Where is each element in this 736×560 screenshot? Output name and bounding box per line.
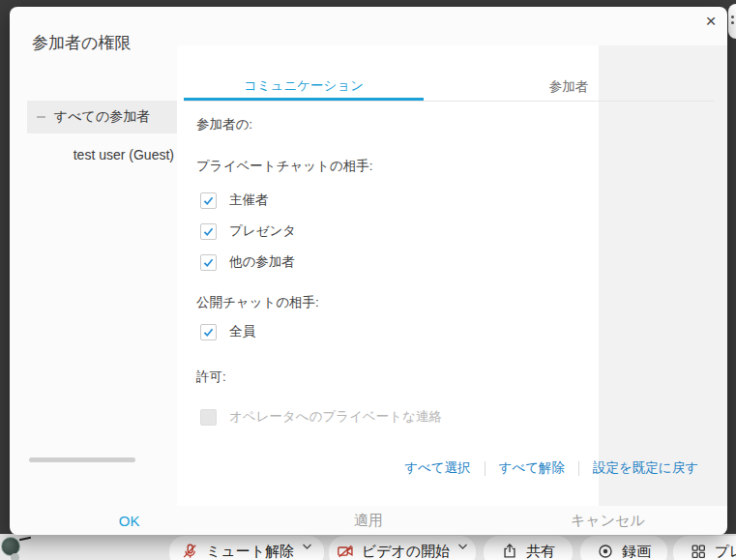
checkbox-disabled xyxy=(200,409,217,426)
close-icon[interactable]: × xyxy=(698,9,723,34)
share-button[interactable]: 共有 xyxy=(484,536,573,560)
dialog-footer: OK 適用 キャンセル xyxy=(10,506,727,535)
start-video-button[interactable]: ビデオの開始 xyxy=(329,536,476,560)
group-label: 参加者の: xyxy=(196,116,252,133)
checkbox-checked[interactable] xyxy=(200,223,217,240)
checkbox-label: オペレータへのプライベートな連絡 xyxy=(229,408,442,426)
grid-dot-icon xyxy=(731,15,734,18)
checkbox-label: プレゼンタ xyxy=(229,222,296,240)
layout-button[interactable]: プレ xyxy=(673,536,736,560)
layout-label: プレ xyxy=(715,543,736,560)
private-chat-label: プライベートチャットの相手: xyxy=(196,158,372,175)
cancel-button[interactable]: キャンセル xyxy=(488,506,727,535)
unmute-label: ミュート解除 xyxy=(206,543,294,560)
sidebar-item-label: すべての参加者 xyxy=(54,108,150,126)
allow-label: 許可: xyxy=(196,368,226,386)
public-chat-label: 公開チャットの相手: xyxy=(196,294,319,311)
mic-muted-icon xyxy=(181,543,198,560)
sidebar-horizontal-scrollbar[interactable] xyxy=(29,457,135,462)
check-icon xyxy=(202,256,215,269)
check-icon xyxy=(202,194,215,207)
check-icon xyxy=(202,326,215,339)
dialog-title: 参加者の権限 xyxy=(32,32,131,54)
divider xyxy=(578,461,579,476)
clear-all-link[interactable]: すべて解除 xyxy=(499,459,565,477)
apply-button[interactable]: 適用 xyxy=(249,506,487,535)
record-label: 録画 xyxy=(622,543,651,560)
checkbox-checked[interactable] xyxy=(200,324,217,340)
checkbox-label: 他の参加者 xyxy=(229,253,295,271)
tab-label: コミュニケーション xyxy=(244,77,364,95)
checkbox-row-host[interactable]: 主催者 xyxy=(200,192,269,209)
meeting-app-screen: ミュート解除 ビデオの開始 xyxy=(0,0,736,560)
chevron-down-icon[interactable] xyxy=(302,543,312,550)
tab-content-panel xyxy=(177,45,599,506)
tab-participants[interactable]: 参加者 xyxy=(424,74,714,101)
checkbox-checked[interactable] xyxy=(200,192,217,209)
share-icon xyxy=(501,543,518,560)
participant-privileges-dialog: 参加者の権限 × すべての参加者 test user (Guest) コミュニケ… xyxy=(10,7,727,535)
checkbox-label: 主催者 xyxy=(229,192,269,209)
check-icon xyxy=(202,225,215,238)
grid-dot-icon xyxy=(731,21,734,24)
record-icon xyxy=(597,543,614,560)
meeting-toolbar: ミュート解除 ビデオの開始 xyxy=(0,534,736,560)
sidebar-item-label: test user (Guest) xyxy=(74,147,174,162)
checkbox-checked[interactable] xyxy=(200,254,217,271)
dialog-right-gutter xyxy=(599,45,727,506)
tab-label: 参加者 xyxy=(549,78,589,96)
checkbox-row-everyone[interactable]: 全員 xyxy=(200,323,255,340)
collapse-minus-icon[interactable] xyxy=(37,116,45,118)
ok-button[interactable]: OK xyxy=(10,506,249,535)
chevron-down-icon[interactable] xyxy=(457,543,468,550)
select-all-link[interactable]: すべて選択 xyxy=(404,459,470,477)
record-button[interactable]: 録画 xyxy=(580,536,667,560)
sidebar-item-test-user[interactable]: test user (Guest) xyxy=(27,141,174,168)
tab-communications[interactable]: コミュニケーション xyxy=(184,74,424,101)
video-off-icon xyxy=(337,543,354,560)
checkbox-label: 全員 xyxy=(229,323,255,340)
avatar-bubble-small xyxy=(11,553,19,560)
floating-panel-edge xyxy=(728,4,736,39)
checkbox-row-operator-contact: オペレータへのプライベートな連絡 xyxy=(200,408,442,426)
divider xyxy=(485,461,486,476)
checkbox-row-presenter[interactable]: プレゼンタ xyxy=(200,222,296,240)
tab-bar: コミュニケーション 参加者 xyxy=(184,74,714,102)
unmute-button[interactable]: ミュート解除 xyxy=(169,536,324,560)
share-label: 共有 xyxy=(526,543,555,560)
reset-defaults-link[interactable]: 設定を既定に戻す xyxy=(593,459,698,477)
grid-icon xyxy=(690,543,707,560)
bulk-action-links: すべて選択 すべて解除 設定を既定に戻す xyxy=(196,459,698,477)
checkbox-row-other-participants[interactable]: 他の参加者 xyxy=(200,253,295,271)
sidebar-item-all-participants[interactable]: すべての参加者 xyxy=(27,101,177,133)
start-video-label: ビデオの開始 xyxy=(362,543,450,560)
